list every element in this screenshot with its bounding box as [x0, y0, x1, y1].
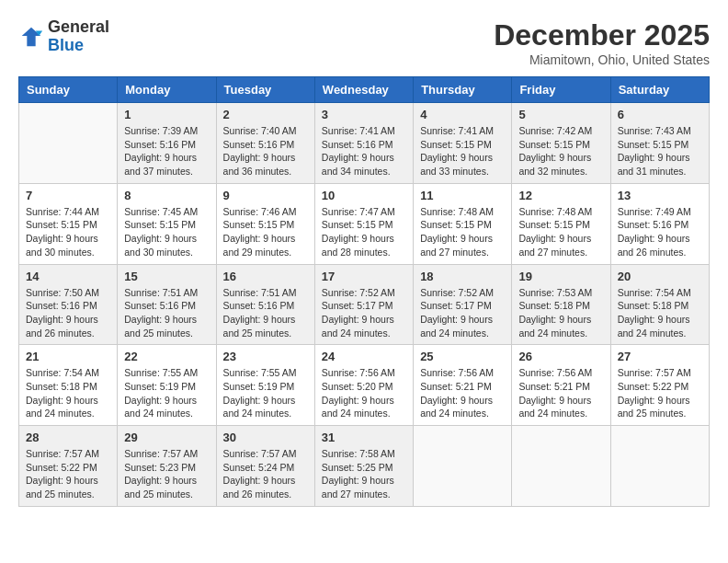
calendar-week-4: 21Sunrise: 7:54 AMSunset: 5:18 PMDayligh…: [19, 345, 710, 426]
day-info: Sunrise: 7:39 AMSunset: 5:16 PMDaylight:…: [124, 124, 209, 178]
day-info: Sunrise: 7:41 AMSunset: 5:16 PMDaylight:…: [322, 124, 406, 178]
day-info: Sunrise: 7:47 AMSunset: 5:15 PMDaylight:…: [322, 205, 406, 259]
day-info: Sunrise: 7:54 AMSunset: 5:18 PMDaylight:…: [618, 286, 702, 340]
calendar-cell: 20Sunrise: 7:54 AMSunset: 5:18 PMDayligh…: [610, 264, 709, 345]
weekday-header-monday: Monday: [118, 77, 216, 103]
day-number: 12: [518, 189, 603, 202]
calendar-cell: 24Sunrise: 7:56 AMSunset: 5:20 PMDayligh…: [314, 345, 413, 426]
logo-text: General Blue: [48, 18, 109, 55]
calendar-cell: 12Sunrise: 7:48 AMSunset: 5:15 PMDayligh…: [512, 183, 610, 264]
day-number: 8: [124, 189, 209, 202]
day-info: Sunrise: 7:57 AMSunset: 5:22 PMDaylight:…: [26, 447, 110, 501]
day-info: Sunrise: 7:51 AMSunset: 5:16 PMDaylight:…: [223, 286, 308, 340]
day-number: 1: [124, 108, 209, 121]
calendar-cell: 25Sunrise: 7:56 AMSunset: 5:21 PMDayligh…: [414, 345, 512, 426]
calendar-cell: 4Sunrise: 7:41 AMSunset: 5:15 PMDaylight…: [414, 103, 512, 184]
calendar-cell: [414, 426, 512, 507]
day-info: Sunrise: 7:48 AMSunset: 5:15 PMDaylight:…: [518, 205, 603, 259]
month-title: December 2025: [494, 18, 710, 52]
weekday-header-tuesday: Tuesday: [216, 77, 314, 103]
day-info: Sunrise: 7:45 AMSunset: 5:15 PMDaylight:…: [124, 205, 209, 259]
logo-general-text: General: [48, 18, 109, 37]
calendar-cell: 3Sunrise: 7:41 AMSunset: 5:16 PMDaylight…: [314, 103, 413, 184]
day-info: Sunrise: 7:57 AMSunset: 5:23 PMDaylight:…: [124, 447, 209, 501]
calendar-cell: 19Sunrise: 7:53 AMSunset: 5:18 PMDayligh…: [512, 264, 610, 345]
calendar-table: SundayMondayTuesdayWednesdayThursdayFrid…: [18, 76, 710, 507]
calendar-cell: 9Sunrise: 7:46 AMSunset: 5:15 PMDaylight…: [216, 183, 314, 264]
calendar-cell: 22Sunrise: 7:55 AMSunset: 5:19 PMDayligh…: [118, 345, 216, 426]
day-info: Sunrise: 7:57 AMSunset: 5:24 PMDaylight:…: [223, 447, 308, 501]
calendar-body: 1Sunrise: 7:39 AMSunset: 5:16 PMDaylight…: [19, 103, 710, 507]
calendar-cell: 15Sunrise: 7:51 AMSunset: 5:16 PMDayligh…: [118, 264, 216, 345]
day-number: 3: [322, 108, 406, 121]
calendar-cell: [610, 426, 709, 507]
day-number: 26: [518, 350, 603, 363]
weekday-header-wednesday: Wednesday: [314, 77, 413, 103]
calendar-cell: 17Sunrise: 7:52 AMSunset: 5:17 PMDayligh…: [314, 264, 413, 345]
day-number: 28: [26, 431, 110, 444]
calendar-week-3: 14Sunrise: 7:50 AMSunset: 5:16 PMDayligh…: [19, 264, 710, 345]
day-info: Sunrise: 7:56 AMSunset: 5:21 PMDaylight:…: [518, 366, 603, 420]
weekday-header-saturday: Saturday: [610, 77, 709, 103]
calendar-cell: 21Sunrise: 7:54 AMSunset: 5:18 PMDayligh…: [19, 345, 118, 426]
day-number: 9: [223, 189, 308, 202]
day-number: 13: [618, 189, 702, 202]
day-number: 20: [618, 270, 702, 283]
calendar-cell: 7Sunrise: 7:44 AMSunset: 5:15 PMDaylight…: [19, 183, 118, 264]
day-info: Sunrise: 7:58 AMSunset: 5:25 PMDaylight:…: [322, 447, 406, 501]
day-info: Sunrise: 7:43 AMSunset: 5:15 PMDaylight:…: [618, 124, 702, 178]
day-number: 31: [322, 431, 406, 444]
day-info: Sunrise: 7:56 AMSunset: 5:21 PMDaylight:…: [420, 366, 505, 420]
day-info: Sunrise: 7:52 AMSunset: 5:17 PMDaylight:…: [420, 286, 505, 340]
day-number: 25: [420, 350, 505, 363]
day-info: Sunrise: 7:50 AMSunset: 5:16 PMDaylight:…: [26, 286, 110, 340]
day-number: 16: [223, 270, 308, 283]
calendar-cell: 29Sunrise: 7:57 AMSunset: 5:23 PMDayligh…: [118, 426, 216, 507]
day-number: 14: [26, 270, 110, 283]
calendar-cell: 2Sunrise: 7:40 AMSunset: 5:16 PMDaylight…: [216, 103, 314, 184]
day-number: 22: [124, 350, 209, 363]
day-number: 24: [322, 350, 406, 363]
day-info: Sunrise: 7:51 AMSunset: 5:16 PMDaylight:…: [124, 286, 209, 340]
day-info: Sunrise: 7:44 AMSunset: 5:15 PMDaylight:…: [26, 205, 110, 259]
calendar-cell: 16Sunrise: 7:51 AMSunset: 5:16 PMDayligh…: [216, 264, 314, 345]
day-number: 21: [26, 350, 110, 363]
calendar-week-5: 28Sunrise: 7:57 AMSunset: 5:22 PMDayligh…: [19, 426, 710, 507]
logo-icon: [18, 24, 44, 50]
weekday-header-friday: Friday: [512, 77, 610, 103]
title-block: December 2025 Miamitown, Ohio, United St…: [494, 18, 710, 67]
calendar-cell: 27Sunrise: 7:57 AMSunset: 5:22 PMDayligh…: [610, 345, 709, 426]
calendar-cell: 23Sunrise: 7:55 AMSunset: 5:19 PMDayligh…: [216, 345, 314, 426]
weekday-row: SundayMondayTuesdayWednesdayThursdayFrid…: [19, 77, 710, 103]
location: Miamitown, Ohio, United States: [494, 52, 710, 67]
day-number: 10: [322, 189, 406, 202]
day-number: 29: [124, 431, 209, 444]
weekday-header-sunday: Sunday: [19, 77, 118, 103]
calendar-header: SundayMondayTuesdayWednesdayThursdayFrid…: [19, 77, 710, 103]
calendar-cell: 18Sunrise: 7:52 AMSunset: 5:17 PMDayligh…: [414, 264, 512, 345]
calendar-cell: 31Sunrise: 7:58 AMSunset: 5:25 PMDayligh…: [314, 426, 413, 507]
day-info: Sunrise: 7:56 AMSunset: 5:20 PMDaylight:…: [322, 366, 406, 420]
day-info: Sunrise: 7:53 AMSunset: 5:18 PMDaylight:…: [518, 286, 603, 340]
calendar-week-2: 7Sunrise: 7:44 AMSunset: 5:15 PMDaylight…: [19, 183, 710, 264]
day-info: Sunrise: 7:55 AMSunset: 5:19 PMDaylight:…: [124, 366, 209, 420]
calendar-cell: 26Sunrise: 7:56 AMSunset: 5:21 PMDayligh…: [512, 345, 610, 426]
day-info: Sunrise: 7:52 AMSunset: 5:17 PMDaylight:…: [322, 286, 406, 340]
calendar-cell: [512, 426, 610, 507]
day-info: Sunrise: 7:48 AMSunset: 5:15 PMDaylight:…: [420, 205, 505, 259]
day-number: 15: [124, 270, 209, 283]
day-number: 7: [26, 189, 110, 202]
day-info: Sunrise: 7:41 AMSunset: 5:15 PMDaylight:…: [420, 124, 505, 178]
calendar-week-1: 1Sunrise: 7:39 AMSunset: 5:16 PMDaylight…: [19, 103, 710, 184]
day-number: 6: [618, 108, 702, 121]
weekday-header-thursday: Thursday: [414, 77, 512, 103]
calendar-cell: 14Sunrise: 7:50 AMSunset: 5:16 PMDayligh…: [19, 264, 118, 345]
day-number: 4: [420, 108, 505, 121]
day-number: 2: [223, 108, 308, 121]
day-number: 11: [420, 189, 505, 202]
day-info: Sunrise: 7:42 AMSunset: 5:15 PMDaylight:…: [518, 124, 603, 178]
day-info: Sunrise: 7:40 AMSunset: 5:16 PMDaylight:…: [223, 124, 308, 178]
calendar-cell: 28Sunrise: 7:57 AMSunset: 5:22 PMDayligh…: [19, 426, 118, 507]
page-header: General Blue December 2025 Miamitown, Oh…: [18, 18, 710, 67]
calendar-cell: 8Sunrise: 7:45 AMSunset: 5:15 PMDaylight…: [118, 183, 216, 264]
